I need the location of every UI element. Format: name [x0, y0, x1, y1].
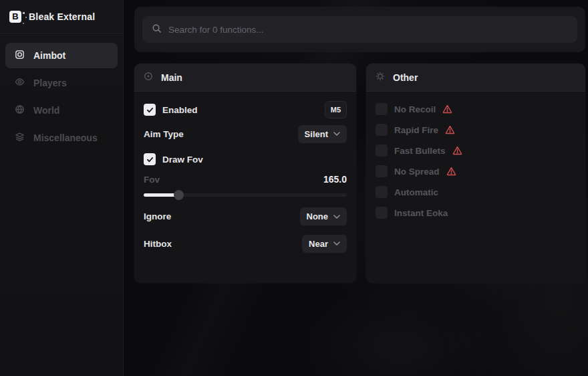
main-panel-body: Enabled M5 Aim Type Silent: [134, 92, 356, 253]
enabled-label: Enabled: [162, 105, 198, 115]
ignore-row: Ignore None: [144, 207, 347, 225]
instant-eoka-checkbox[interactable]: [376, 207, 388, 219]
fov-row: Fov 165.0: [144, 174, 347, 185]
other-panel-header: Other: [366, 64, 585, 92]
hitbox-row: Hitbox Near: [144, 234, 347, 253]
content-area: Main Enabled M5 Aim Type: [124, 0, 588, 376]
sidebar-item-label: Players: [33, 78, 67, 88]
other-panel-title: Other: [393, 72, 418, 83]
hitbox-dropdown[interactable]: Near: [302, 235, 347, 253]
draw-fov-checkbox[interactable]: [144, 153, 156, 165]
ignore-value: None: [307, 211, 329, 221]
check-icon: [146, 156, 154, 163]
rapid-fire-row: Rapid Fire: [376, 124, 576, 136]
automatic-label: Automatic: [394, 187, 438, 197]
main-panel: Main Enabled M5 Aim Type: [134, 64, 356, 283]
sidebar-item-players[interactable]: Players: [5, 70, 118, 96]
instant-eoka-label: Instant Eoka: [394, 208, 448, 218]
fov-slider-fill: [144, 193, 178, 197]
main-panel-title: Main: [161, 72, 182, 83]
warning-icon: [442, 104, 452, 114]
no-recoil-row: No Recoil: [376, 103, 576, 115]
app-logo-icon: B: [9, 11, 21, 23]
instant-eoka-row: Instant Eoka: [376, 207, 576, 219]
aim-type-dropdown[interactable]: Silent: [298, 125, 347, 143]
draw-fov-label: Draw Fov: [162, 155, 203, 165]
keybind-button[interactable]: M5: [325, 101, 347, 118]
rapid-fire-label: Rapid Fire: [394, 125, 438, 135]
fast-bullets-row: Fast Bullets: [376, 145, 576, 157]
fov-slider[interactable]: [144, 190, 347, 200]
crosshair-icon: [15, 50, 25, 62]
warning-icon: [446, 167, 456, 176]
aim-type-value: Silent: [305, 129, 328, 139]
warning-icon: [445, 125, 455, 134]
automatic-checkbox[interactable]: [376, 186, 388, 198]
globe-icon: [15, 104, 25, 116]
sidebar: B Bleak External Aimbot Play: [0, 0, 124, 376]
app-window: B Bleak External Aimbot Play: [0, 0, 588, 376]
check-icon: [146, 106, 154, 114]
draw-fov-row: Draw Fov: [144, 153, 347, 165]
main-panel-header: Main: [134, 64, 356, 92]
fov-label: Fov: [144, 175, 160, 185]
enabled-checkbox[interactable]: [144, 104, 156, 116]
ignore-dropdown[interactable]: None: [300, 207, 347, 225]
no-recoil-label: No Recoil: [394, 104, 436, 114]
no-spread-checkbox[interactable]: [376, 165, 388, 177]
chevron-down-icon: [333, 242, 340, 246]
no-spread-label: No Spread: [394, 167, 440, 177]
sidebar-item-label: Miscellaneous: [33, 132, 98, 143]
search-input[interactable]: [168, 25, 568, 35]
search-icon: [152, 23, 162, 36]
sidebar-item-label: World: [33, 105, 59, 116]
eye-icon: [15, 77, 25, 89]
app-title: Bleak External: [29, 11, 95, 22]
automatic-row: Automatic: [376, 186, 576, 198]
ignore-label: Ignore: [144, 211, 171, 221]
sidebar-item-world[interactable]: World: [5, 98, 118, 123]
search-box[interactable]: [142, 16, 577, 43]
no-recoil-checkbox[interactable]: [376, 103, 388, 115]
chevron-down-icon: [333, 132, 340, 136]
fast-bullets-label: Fast Bullets: [394, 146, 446, 156]
layers-icon: [15, 132, 25, 144]
target-icon: [144, 72, 153, 83]
sidebar-item-label: Aimbot: [33, 50, 65, 61]
enabled-row: Enabled M5: [144, 101, 347, 118]
hitbox-label: Hitbox: [144, 239, 172, 249]
sidebar-nav: Aimbot Players World: [0, 33, 123, 151]
gear-icon: [376, 72, 385, 83]
warning-icon: [452, 146, 462, 155]
fov-value: 165.0: [323, 174, 347, 185]
sidebar-item-miscellaneous[interactable]: Miscellaneous: [5, 125, 118, 151]
panels-row: Main Enabled M5 Aim Type: [134, 64, 585, 283]
sidebar-item-aimbot[interactable]: Aimbot: [5, 43, 118, 68]
sidebar-header: B Bleak External: [0, 0, 123, 33]
chevron-down-icon: [333, 215, 340, 219]
rapid-fire-checkbox[interactable]: [376, 124, 388, 136]
other-panel-body: No Recoil Rapid Fire: [366, 92, 585, 219]
hitbox-value: Near: [309, 239, 328, 249]
no-spread-row: No Spread: [376, 165, 576, 177]
fov-slider-thumb[interactable]: [174, 190, 184, 200]
search-container: [134, 7, 585, 52]
aim-type-label: Aim Type: [144, 129, 184, 139]
other-panel: Other No Recoil: [366, 64, 585, 283]
aim-type-row: Aim Type Silent: [144, 124, 347, 143]
fast-bullets-checkbox[interactable]: [376, 145, 388, 157]
